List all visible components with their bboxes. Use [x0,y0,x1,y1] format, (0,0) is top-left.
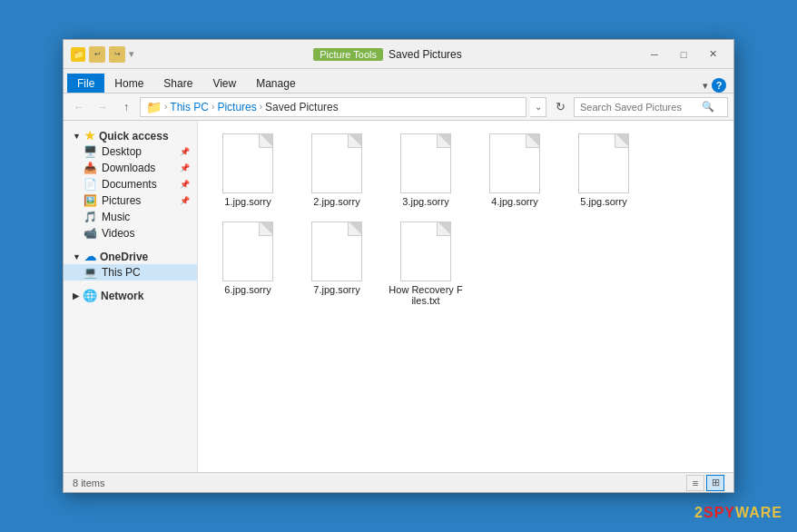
window-controls: ─ □ ✕ [641,45,726,64]
bc-thispc[interactable]: This PC [170,101,209,113]
sidebar-item-documents[interactable]: 📄 Documents 📌 [64,176,197,192]
breadcrumb: 📁 › This PC › Pictures › Saved Pictures [146,100,339,114]
videos-label: Videos [102,227,134,240]
bc-sep3: › [260,102,262,112]
file-name-3: 3.jpg.sorry [402,196,448,207]
close-button[interactable]: ✕ [699,45,726,64]
search-icon[interactable]: 🔍 [702,101,714,113]
file-icon-7 [311,222,362,281]
bc-sep1: › [164,102,167,112]
sidebar-item-desktop[interactable]: 🖥️ Desktop 📌 [64,143,197,160]
refresh-button[interactable]: ↻ [550,97,570,117]
documents-label: Documents [102,178,157,191]
up-button[interactable]: ↑ [116,97,136,117]
pin-icon-pictures: 📌 [180,196,190,205]
file-item-7[interactable]: 7.jpg.sorry [296,218,378,310]
network-chevron: ▶ [73,291,79,300]
bc-sep2: › [212,102,214,112]
file-name-5: 5.jpg.sorry [580,196,626,207]
file-name-7: 7.jpg.sorry [313,284,359,295]
sidebar: ▼ ★ Quick access 🖥️ Desktop 📌 📥 Download… [64,121,198,472]
onedrive-label: OneDrive [100,251,148,263]
file-item-1[interactable]: 1.jpg.sorry [207,130,289,211]
file-icon-3 [400,133,451,193]
quick-access-chevron: ▼ [73,132,81,141]
fold-recovery [438,222,450,234]
music-folder-icon: 🎵 [84,211,97,223]
explorer-window: 📁 ↩ ↪ ▾ Picture Tools Saved Pictures ─ □… [63,39,734,493]
redo-button[interactable]: ↪ [109,46,125,63]
title-bar: 📁 ↩ ↪ ▾ Picture Tools Saved Pictures ─ □… [64,40,733,69]
onedrive-section[interactable]: ▼ ☁ OneDrive [64,247,197,264]
quick-access-toolbar: 📁 ↩ ↪ ▾ [71,46,134,63]
search-input[interactable] [580,102,698,113]
back-button[interactable]: ← [69,97,89,117]
sidebar-item-pictures[interactable]: 🖼️ Pictures 📌 [64,192,197,209]
sidebar-item-music[interactable]: 🎵 Music [64,209,197,225]
fold-5 [616,134,628,146]
file-item-6[interactable]: 6.jpg.sorry [207,218,289,310]
downloads-label: Downloads [102,162,155,174]
pin-icon-documents: 📌 [180,180,190,189]
title-bar-center: Picture Tools Saved Pictures [134,48,641,61]
item-count: 8 items [73,478,104,488]
address-row: ← → ↑ 📁 › This PC › Pictures › Saved Pic… [64,94,733,121]
sidebar-item-downloads[interactable]: 📥 Downloads 📌 [64,160,197,176]
window-title: Saved Pictures [389,48,462,61]
undo-button[interactable]: ↩ [89,46,105,63]
pictures-folder-icon: 🖼️ [84,194,97,207]
file-name-6: 6.jpg.sorry [224,284,271,295]
address-chevron[interactable]: ⌄ [530,97,546,117]
documents-folder-icon: 📄 [84,178,97,191]
star-icon: ★ [84,129,95,143]
tab-manage[interactable]: Manage [246,74,305,93]
fold-2 [349,134,361,146]
tab-share[interactable]: Share [153,74,202,93]
pictures-label: Pictures [102,194,141,207]
music-label: Music [102,211,130,223]
network-icon: 🌐 [83,289,97,302]
folder-icon: 📁 [71,47,85,62]
file-name-recovery: How Recovery Files.txt [389,284,463,306]
file-name-4: 4.jpg.sorry [491,196,537,207]
fold-1 [261,134,272,146]
fold-3 [438,134,450,146]
address-bar[interactable]: 📁 › This PC › Pictures › Saved Pictures [140,97,526,117]
file-item-4[interactable]: 4.jpg.sorry [474,130,556,211]
thispc-icon: 💻 [84,266,97,279]
search-bar[interactable]: 🔍 [574,97,728,117]
file-item-2[interactable]: 2.jpg.sorry [296,130,378,211]
file-item-recovery[interactable]: How Recovery Files.txt [385,218,467,310]
tab-home[interactable]: Home [104,74,153,93]
file-item-5[interactable]: 5.jpg.sorry [563,130,644,211]
maximize-button[interactable]: □ [670,45,697,64]
pin-icon-desktop: 📌 [180,147,190,156]
ribbon-collapse-icon[interactable]: ▾ [703,80,708,92]
forward-button[interactable]: → [93,97,113,117]
help-icon[interactable]: ? [712,78,726,93]
fold-4 [527,134,539,146]
large-icon-view-button[interactable]: ⊞ [706,475,724,491]
bc-savedpictures: Saved Pictures [265,101,339,113]
minimize-button[interactable]: ─ [641,45,668,64]
file-icon-4 [489,133,540,193]
files-grid: 1.jpg.sorry 2.jpg.sorry 3.jpg.sorry [207,130,724,463]
sidebar-item-thispc[interactable]: 💻 This PC [64,264,197,281]
network-section[interactable]: ▶ 🌐 Network [64,286,197,303]
tab-file[interactable]: File [67,74,104,93]
status-bar: 8 items ≡ ⊞ [64,472,733,492]
file-item-3[interactable]: 3.jpg.sorry [385,130,467,211]
ribbon: File Home Share View Manage ▾ ? [64,69,733,94]
onedrive-chevron: ▼ [73,252,81,261]
tab-view[interactable]: View [202,74,246,93]
sidebar-item-videos[interactable]: 📹 Videos [64,225,197,241]
downloads-folder-icon: 📥 [84,162,97,174]
file-icon-5 [578,133,629,193]
list-view-button[interactable]: ≡ [686,475,704,491]
fold-7 [349,222,361,234]
bc-pictures[interactable]: Pictures [217,101,256,113]
pin-icon-downloads: 📌 [180,163,190,172]
thispc-label: This PC [102,266,141,279]
picture-tools-badge: Picture Tools [313,48,383,61]
quick-access-section[interactable]: ▼ ★ Quick access [64,126,197,143]
